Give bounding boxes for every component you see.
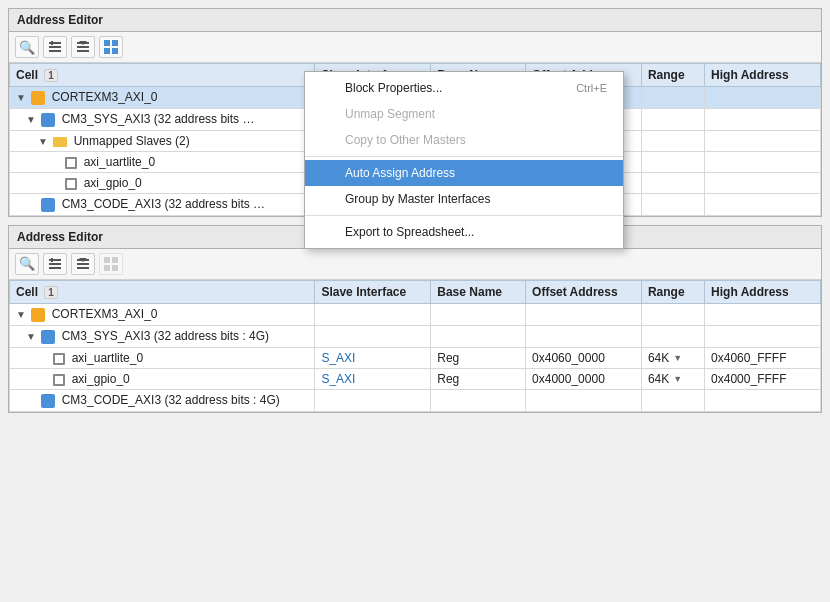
expand-arrow[interactable]: ▼: [16, 92, 28, 103]
col-slave-interface-bottom: Slave Interface: [315, 280, 431, 303]
search-button-bottom[interactable]: 🔍: [15, 253, 39, 275]
bottom-address-editor-panel: Address Editor 🔍 Cell 1 Slave Interface …: [8, 225, 822, 413]
ctx-item-label: Copy to Other Masters: [345, 133, 466, 147]
ctx-block-properties[interactable]: Block Properties... Ctrl+E: [305, 75, 623, 101]
cell-name: ▼ Unmapped Slaves (2): [10, 130, 315, 151]
settings-button-top[interactable]: [99, 36, 123, 58]
top-toolbar: 🔍: [9, 32, 821, 63]
cell-high: [705, 304, 821, 326]
cell-high: 0x4060_FFFF: [705, 347, 821, 368]
cell-name: ▼ CM3_SYS_AXI3 (32 address bits …: [10, 109, 315, 131]
svg-rect-12: [49, 259, 61, 261]
cell-base: Reg: [431, 347, 526, 368]
collapse-button-top[interactable]: [71, 36, 95, 58]
row-label: CM3_CODE_AXI3 (32 address bits …: [62, 197, 265, 211]
svg-rect-13: [49, 263, 61, 265]
bottom-table: Cell 1 Slave Interface Base Name Offset …: [9, 280, 821, 412]
cell-range: [641, 130, 704, 151]
cell-range: [641, 325, 704, 347]
expand-arrow[interactable]: ▼: [26, 114, 38, 125]
expand-arrow[interactable]: ▼: [38, 136, 50, 147]
copy-icon: [321, 132, 337, 148]
settings-button-bottom[interactable]: [99, 253, 123, 275]
svg-rect-5: [77, 46, 89, 48]
ctx-auto-assign[interactable]: Auto Assign Address: [305, 160, 623, 186]
row-label: CM3_CODE_AXI3 (32 address bits : 4G): [62, 393, 280, 407]
cell-name: ▼ CORTEXM3_AXI_0: [10, 304, 315, 326]
col-high-address-top: High Address: [705, 64, 821, 87]
bus-icon: [41, 198, 55, 212]
cell-slave: S_AXI: [315, 368, 431, 389]
expand-arrow[interactable]: ▼: [16, 309, 28, 320]
ctx-item-label: Unmap Segment: [345, 107, 435, 121]
svg-rect-6: [77, 50, 89, 52]
cell-range: 64K ▼: [641, 347, 704, 368]
svg-rect-17: [77, 263, 89, 265]
cell-high: [705, 109, 821, 131]
cell-offset: 0x4000_0000: [526, 368, 642, 389]
ctx-item-label: Group by Master Interfaces: [345, 192, 490, 206]
folder-icon: [53, 137, 67, 147]
cell-slave: [315, 389, 431, 411]
table-row[interactable]: ▼ CORTEXM3_AXI_0: [10, 304, 821, 326]
svg-rect-9: [112, 40, 118, 46]
svg-rect-14: [49, 267, 61, 269]
slave-link[interactable]: S_AXI: [321, 372, 355, 386]
cell-name: ▼ CM3_SYS_AXI3 (32 address bits : 4G): [10, 325, 315, 347]
ctx-separator-2: [305, 215, 623, 216]
ctx-separator-1: [305, 156, 623, 157]
cell-name: ▶ axi_uartlite_0: [10, 347, 315, 368]
ctx-copy-other-masters: Copy to Other Masters: [305, 127, 623, 153]
bus-icon: [41, 113, 55, 127]
assign-icon-shape: [322, 166, 336, 180]
cell-high: [705, 193, 821, 215]
col-high-address-bottom: High Address: [705, 280, 821, 303]
table-row[interactable]: ▼ CM3_SYS_AXI3 (32 address bits : 4G): [10, 325, 821, 347]
cell-range: [641, 151, 704, 172]
top-panel-title: Address Editor: [9, 9, 821, 32]
bottom-table-header: Cell 1 Slave Interface Base Name Offset …: [10, 280, 821, 303]
svg-rect-23: [112, 265, 118, 271]
slave-link[interactable]: S_AXI: [321, 351, 355, 365]
collapse-button-bottom[interactable]: [71, 253, 95, 275]
cell-slave: [315, 304, 431, 326]
ctx-item-label: Auto Assign Address: [345, 166, 455, 180]
cell-base: [431, 304, 526, 326]
cell-high: [705, 325, 821, 347]
svg-rect-8: [104, 40, 110, 46]
row-label: CORTEXM3_AXI_0: [52, 90, 158, 104]
ctx-group-master[interactable]: Group by Master Interfaces: [305, 186, 623, 212]
table-row[interactable]: ▶ axi_uartlite_0 S_AXI Reg 0x4060_0000 6…: [10, 347, 821, 368]
svg-rect-18: [77, 267, 89, 269]
range-dropdown[interactable]: 64K ▼: [648, 372, 682, 386]
table-row[interactable]: ▶ CM3_CODE_AXI3 (32 address bits : 4G): [10, 389, 821, 411]
ctx-item-label: Export to Spreadsheet...: [345, 225, 474, 239]
col-offset-address-bottom: Offset Address: [526, 280, 642, 303]
cell-range: [641, 109, 704, 131]
bottom-toolbar: 🔍: [9, 249, 821, 280]
col-range-bottom: Range: [641, 280, 704, 303]
cell-slave: S_AXI: [315, 347, 431, 368]
bottom-table-container: Cell 1 Slave Interface Base Name Offset …: [9, 280, 821, 412]
range-dropdown[interactable]: 64K ▼: [648, 351, 682, 365]
expand-arrow[interactable]: ▼: [26, 331, 38, 342]
row-label: CM3_SYS_AXI3 (32 address bits : 4G): [62, 329, 269, 343]
table-row[interactable]: ▶ axi_gpio_0 S_AXI Reg 0x4000_0000 64K ▼…: [10, 368, 821, 389]
ctx-export-spreadsheet[interactable]: Export to Spreadsheet...: [305, 219, 623, 245]
context-menu: Block Properties... Ctrl+E Unmap Segment…: [304, 71, 624, 249]
row-label: axi_gpio_0: [72, 372, 130, 386]
col-base-name-bottom: Base Name: [431, 280, 526, 303]
dropdown-arrow: ▼: [673, 353, 682, 363]
cell-high: 0x4000_FFFF: [705, 368, 821, 389]
cell-range: [641, 304, 704, 326]
svg-rect-22: [104, 265, 110, 271]
search-button-top[interactable]: 🔍: [15, 36, 39, 58]
expand-button-bottom[interactable]: [43, 253, 67, 275]
row-label: CORTEXM3_AXI_0: [52, 307, 158, 321]
top-address-editor-panel: Address Editor 🔍 Cell 1 Slave Interface …: [8, 8, 822, 217]
ctx-unmap-segment: Unmap Segment: [305, 101, 623, 127]
col-cell: Cell 1: [10, 64, 315, 87]
row-label: axi_gpio_0: [84, 176, 142, 190]
expand-button-top[interactable]: [43, 36, 67, 58]
cell-name: ▶ axi_gpio_0: [10, 368, 315, 389]
